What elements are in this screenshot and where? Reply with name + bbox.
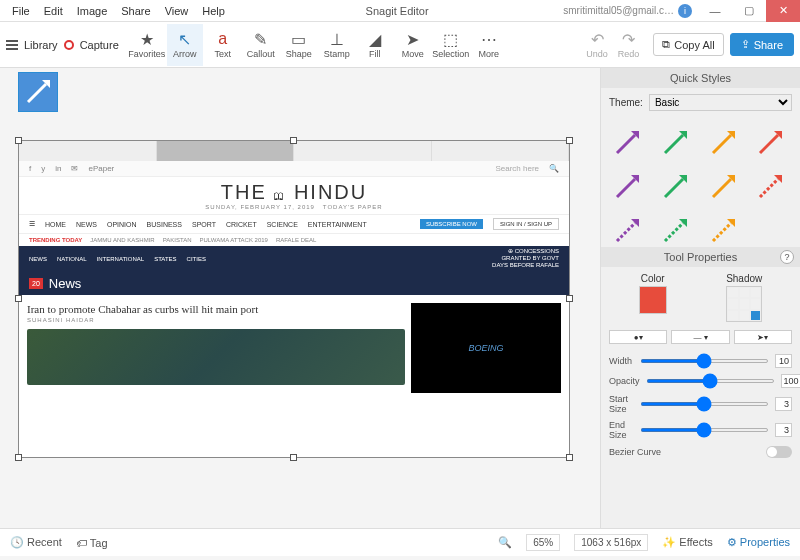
captured-page: fyin✉ePaper Search here🔍 THE 🕮 HINDU SUN… <box>19 141 569 457</box>
help-icon[interactable]: ? <box>780 250 794 264</box>
menu-file[interactable]: File <box>6 3 36 19</box>
style-swatch[interactable] <box>607 211 647 247</box>
svg-line-16 <box>760 179 778 197</box>
start-size-value[interactable]: 3 <box>775 397 792 411</box>
resize-handle[interactable] <box>566 454 573 461</box>
title-bar: File Edit Image Share View Help Snagit E… <box>0 0 800 22</box>
tool-move[interactable]: ➤Move <box>395 24 431 66</box>
undo-button[interactable]: ↶Undo <box>586 30 608 59</box>
tag-button[interactable]: 🏷 Tag <box>76 537 108 549</box>
shadow-label: Shadow <box>726 273 762 284</box>
menu-image[interactable]: Image <box>71 3 114 19</box>
style-swatch[interactable] <box>703 211 743 247</box>
copy-all-button[interactable]: ⧉Copy All <box>653 33 723 56</box>
style-swatch[interactable] <box>703 167 743 207</box>
resize-handle[interactable] <box>290 137 297 144</box>
undo-icon: ↶ <box>586 30 608 49</box>
info-icon[interactable]: i <box>678 4 692 18</box>
opacity-slider[interactable] <box>646 379 775 383</box>
line-style-select[interactable]: — ▾ <box>671 330 729 344</box>
brand-title: THE 🕮 HINDU <box>19 181 569 204</box>
menu-view[interactable]: View <box>159 3 195 19</box>
share-icon: ⇪ <box>741 38 750 51</box>
dimensions[interactable]: 1063 x 516px <box>574 534 648 551</box>
resize-handle[interactable] <box>15 137 22 144</box>
subscribe-button: SUBSCRIBE NOW <box>420 219 483 229</box>
tool-callout[interactable]: ✎Callout <box>243 24 279 66</box>
toolbar: Library Capture ★Favorites ↖Arrow aText … <box>0 22 800 68</box>
resize-handle[interactable] <box>15 454 22 461</box>
minimize-button[interactable]: — <box>698 0 732 22</box>
social-icon: ✉ <box>71 164 78 173</box>
fill-icon: ◢ <box>369 30 381 48</box>
tool-more[interactable]: ⋯More <box>471 24 507 66</box>
menu-share[interactable]: Share <box>115 3 156 19</box>
style-swatch[interactable] <box>750 167 790 207</box>
redo-icon: ↷ <box>618 30 640 49</box>
menu-bar: File Edit Image Share View Help <box>0 3 231 19</box>
close-button[interactable]: ✕ <box>766 0 800 22</box>
tool-shape[interactable]: ▭Shape <box>281 24 317 66</box>
style-swatch[interactable] <box>655 167 695 207</box>
share-button[interactable]: ⇪Share <box>730 33 794 56</box>
headline: Iran to promote Chabahar as curbs will h… <box>27 303 405 315</box>
star-icon: ★ <box>140 30 154 48</box>
style-swatch[interactable] <box>750 123 790 163</box>
maximize-button[interactable]: ▢ <box>732 0 766 22</box>
svg-line-22 <box>713 223 731 241</box>
account-label[interactable]: smritimittal05@gmail.c… <box>563 5 674 16</box>
opacity-value[interactable]: 100 <box>781 374 800 388</box>
theme-select[interactable]: Basic <box>649 94 792 111</box>
hamburger-icon[interactable] <box>6 40 18 50</box>
recent-button[interactable]: 🕓 Recent <box>10 536 62 549</box>
effects-button[interactable]: ✨ Effects <box>662 536 713 549</box>
move-icon: ➤ <box>406 30 419 48</box>
resize-handle[interactable] <box>566 137 573 144</box>
social-icon: f <box>29 164 31 173</box>
width-slider[interactable] <box>640 359 769 363</box>
resize-handle[interactable] <box>15 295 22 302</box>
style-swatch[interactable] <box>607 123 647 163</box>
social-icon: ePaper <box>88 164 114 173</box>
search-icon: 🔍 <box>549 164 559 173</box>
end-size-value[interactable]: 3 <box>775 423 792 437</box>
style-grid <box>601 117 800 247</box>
tool-selection[interactable]: ⬚Selection <box>433 24 469 66</box>
date-badge: 20 <box>29 278 43 289</box>
width-value[interactable]: 10 <box>775 354 792 368</box>
selection-frame[interactable]: fyin✉ePaper Search here🔍 THE 🕮 HINDU SUN… <box>18 140 570 458</box>
bezier-toggle[interactable] <box>766 446 792 458</box>
zoom-level[interactable]: 65% <box>526 534 560 551</box>
style-swatch[interactable] <box>655 211 695 247</box>
shadow-picker[interactable] <box>726 286 762 322</box>
end-size-slider[interactable] <box>640 428 769 432</box>
resize-handle[interactable] <box>566 295 573 302</box>
capture-button[interactable]: Capture <box>80 39 119 51</box>
tool-text[interactable]: aText <box>205 24 241 66</box>
signin-button: SIGN IN / SIGN UP <box>493 218 559 230</box>
search-input: Search here <box>495 164 539 173</box>
canvas-area[interactable]: fyin✉ePaper Search here🔍 THE 🕮 HINDU SUN… <box>0 68 600 528</box>
svg-line-12 <box>665 179 683 197</box>
resize-handle[interactable] <box>290 454 297 461</box>
tool-favorites[interactable]: ★Favorites <box>129 24 165 66</box>
zoom-icon[interactable]: 🔍 <box>498 536 512 549</box>
library-button[interactable]: Library <box>24 39 58 51</box>
svg-line-4 <box>665 135 683 153</box>
color-swatch[interactable] <box>639 286 667 314</box>
menu-help[interactable]: Help <box>196 3 231 19</box>
start-cap-select[interactable]: ●▾ <box>609 330 667 344</box>
style-swatch[interactable] <box>607 167 647 207</box>
end-cap-select[interactable]: ➤▾ <box>734 330 792 344</box>
section-title: News <box>49 276 82 291</box>
menu-edit[interactable]: Edit <box>38 3 69 19</box>
style-swatch[interactable] <box>655 123 695 163</box>
tool-fill[interactable]: ◢Fill <box>357 24 393 66</box>
properties-button[interactable]: ⚙ Properties <box>727 536 790 549</box>
tool-stamp[interactable]: ⊥Stamp <box>319 24 355 66</box>
tool-arrow[interactable]: ↖Arrow <box>167 24 203 66</box>
start-size-slider[interactable] <box>640 402 769 406</box>
redo-button[interactable]: ↷Redo <box>618 30 640 59</box>
social-icon: y <box>41 164 45 173</box>
style-swatch[interactable] <box>703 123 743 163</box>
